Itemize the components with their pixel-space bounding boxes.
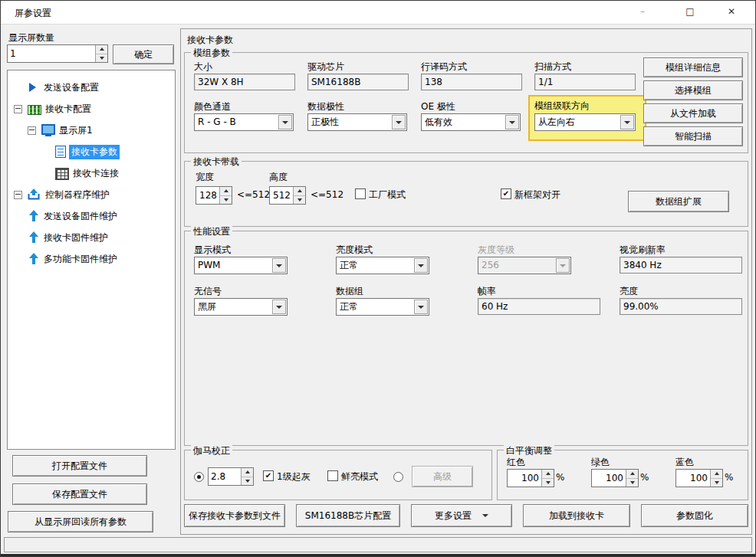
frame-rate-field: 60 Hz [478, 298, 600, 315]
data-polarity-select[interactable]: 正极性 [307, 113, 407, 131]
factory-mode-label[interactable]: 工厂模式 [369, 188, 406, 202]
monitor-icon [41, 124, 55, 135]
collapse-icon[interactable] [28, 126, 36, 135]
spin-down-icon[interactable] [626, 479, 638, 487]
maximize-icon[interactable]: □ [672, 1, 708, 23]
spin-down-icon[interactable] [220, 196, 232, 205]
tree-item-display-1[interactable]: 显示屏1 [8, 120, 175, 141]
spin-down-icon[interactable] [711, 479, 722, 487]
visual-refresh-label: 视觉刷新率 [620, 244, 666, 257]
module-details-button[interactable]: 模组详细信息 [643, 57, 743, 77]
width-input[interactable] [196, 187, 219, 204]
green-stepper[interactable] [591, 469, 639, 487]
no-signal-select[interactable]: 黑屏 [194, 298, 288, 316]
chevron-down-icon[interactable] [272, 300, 286, 314]
blue-unit: % [725, 472, 733, 483]
advanced-radio[interactable] [393, 472, 403, 482]
performance-group: 性能设置 显示模式 PWM 亮度模式 正常 灰度等级 256 视觉刷新率 384… [184, 231, 748, 446]
cascade-direction-select[interactable]: 从左向右 [534, 113, 636, 131]
save-config-file-button[interactable]: 保存配置文件 [12, 483, 147, 505]
readback-all-params-button[interactable]: 从显示屏回读所有参数 [8, 511, 153, 532]
oe-polarity-select[interactable]: 低有效 [421, 113, 521, 131]
data-group-label: 数据组 [336, 285, 363, 298]
gamma-input[interactable] [209, 468, 241, 485]
spin-down-icon[interactable] [542, 479, 554, 487]
scan-mode-label: 扫描方式 [534, 61, 571, 74]
color-channel-select[interactable]: R - G - B [194, 113, 294, 131]
chevron-down-icon[interactable] [272, 258, 286, 273]
tree-item-receiving-card-firmware[interactable]: 接收卡固件维护 [8, 227, 175, 248]
blue-stepper[interactable] [675, 469, 723, 487]
collapse-icon[interactable] [14, 191, 22, 199]
tree-item-receiving-card-params[interactable]: 接收卡参数 [8, 141, 175, 162]
screen-count-input[interactable] [8, 45, 95, 62]
spin-down-icon[interactable] [294, 196, 305, 205]
height-input[interactable] [270, 187, 293, 204]
green-input[interactable] [592, 470, 626, 487]
tree-item-send-device-firmware[interactable]: 发送设备固件维护 [8, 205, 175, 227]
width-stepper[interactable] [196, 186, 232, 205]
tree-item-controller-maintenance[interactable]: 控制器程序维护 [8, 184, 175, 205]
smart-scan-button[interactable]: 智能扫描 [643, 126, 743, 146]
spin-up-icon[interactable] [711, 470, 722, 479]
spin-up-icon[interactable] [542, 470, 554, 479]
save-params-to-file-button[interactable]: 保存接收卡参数到文件 [184, 504, 285, 527]
more-settings-button[interactable]: 更多设置 [411, 504, 512, 527]
height-stepper[interactable] [269, 186, 306, 205]
spin-up-icon[interactable] [242, 468, 253, 477]
spin-up-icon[interactable] [626, 470, 638, 479]
gray-start-checkbox[interactable]: ✔ [263, 470, 274, 481]
tree-item-receiving-card-connection[interactable]: 接收卡连接 [8, 162, 175, 184]
brightness-mode-select[interactable]: 正常 [336, 257, 429, 274]
brightness-mode-label: 亮度模式 [336, 244, 373, 257]
spin-up-icon[interactable] [220, 187, 232, 196]
chevron-down-icon[interactable] [278, 115, 292, 129]
tree-item-send-device-config[interactable]: 发送设备配置 [8, 77, 175, 98]
spin-down-icon[interactable] [242, 477, 253, 486]
chevron-down-icon[interactable] [505, 115, 519, 129]
factory-mode-checkbox[interactable] [355, 188, 366, 199]
new-frame-checkbox[interactable]: ✔ [501, 188, 511, 199]
blue-input[interactable] [676, 470, 710, 487]
gray-start-label[interactable]: 1级起灰 [277, 470, 311, 483]
select-module-button[interactable]: 选择模组 [643, 80, 743, 100]
gamma-value-radio[interactable] [194, 472, 204, 482]
up-arrow-icon [29, 231, 38, 245]
screen-count-label: 显示屏数量 [8, 31, 54, 44]
gray-level-label: 灰度等级 [478, 244, 514, 257]
green-label: 绿色 [591, 456, 610, 469]
tree-item-receiving-card-config[interactable]: 接收卡配置 [8, 98, 175, 120]
open-config-file-button[interactable]: 打开配置文件 [12, 455, 147, 477]
chevron-down-icon[interactable] [392, 115, 406, 129]
red-stepper[interactable] [507, 469, 554, 487]
close-icon[interactable]: ✕ [714, 1, 749, 23]
display-mode-select[interactable]: PWM [194, 257, 288, 274]
chevron-down-icon[interactable] [414, 258, 428, 273]
spin-up-icon[interactable] [96, 45, 107, 54]
vivid-mode-label[interactable]: 鲜亮模式 [341, 470, 378, 483]
collapse-icon[interactable] [14, 105, 22, 113]
load-to-receiving-card-button[interactable]: 加载到接收卡 [523, 504, 630, 527]
spin-up-icon[interactable] [294, 187, 305, 196]
vivid-mode-checkbox[interactable] [327, 470, 338, 481]
new-frame-label[interactable]: 新框架对开 [514, 188, 560, 202]
oe-polarity-label: OE 极性 [421, 100, 455, 113]
height-limit: <=512 [311, 189, 343, 200]
ok-button[interactable]: 确定 [113, 44, 174, 64]
data-group-select[interactable]: 正常 [336, 298, 429, 316]
chevron-down-icon[interactable] [620, 115, 634, 129]
chip-config-button[interactable]: SM16188B芯片配置 [296, 504, 400, 527]
solidify-params-button[interactable]: 参数固化 [641, 504, 748, 527]
data-group-expand-button[interactable]: 数据组扩展 [628, 191, 729, 212]
spin-down-icon[interactable] [96, 54, 107, 63]
window-title: 屏参设置 [15, 7, 51, 20]
load-from-file-button[interactable]: 从文件加载 [643, 103, 743, 123]
screen-count-stepper[interactable] [7, 44, 108, 63]
red-input[interactable] [508, 470, 541, 487]
gamma-stepper[interactable] [208, 467, 254, 486]
chevron-down-icon[interactable] [414, 300, 428, 314]
minimize-icon[interactable]: – [625, 1, 660, 23]
cascade-direction-highlight: 模组级联方向 从左向右 [528, 95, 646, 141]
play-icon [29, 83, 36, 92]
tree-item-multifunction-card-firmware[interactable]: 多功能卡固件维护 [8, 248, 175, 270]
